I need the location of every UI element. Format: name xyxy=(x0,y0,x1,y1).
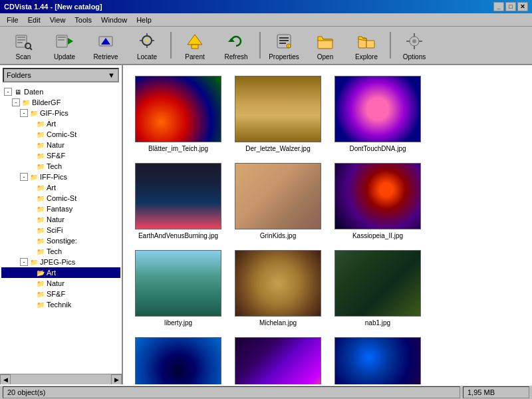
svg-rect-1 xyxy=(17,37,25,38)
parent-button[interactable]: Parent xyxy=(176,29,214,61)
refresh-button[interactable]: Refresh xyxy=(217,29,255,61)
open-button[interactable]: Open xyxy=(306,29,344,61)
content-area: Blätter_im_Teich.jpgDer_letzte_Walzer.jp… xyxy=(123,65,532,384)
thumb-item[interactable]: Relativität.jpg xyxy=(328,332,428,384)
folder-icon-gifpics: 📁 xyxy=(29,108,39,118)
close-button[interactable]: ✕ xyxy=(517,2,528,11)
tree-item-daten[interactable]: - 🖥 Daten xyxy=(1,86,120,97)
menu-tools[interactable]: Tools xyxy=(70,15,96,25)
thumb-image xyxy=(235,76,321,142)
tree-item-iff-scifi[interactable]: 📁 SciFi xyxy=(1,225,120,235)
maximize-button[interactable]: □ xyxy=(505,2,516,11)
locate-label: Locate xyxy=(137,53,157,61)
menu-file[interactable]: File xyxy=(3,15,23,25)
expander-gifpics[interactable]: - xyxy=(20,109,28,117)
thumb-item[interactable]: Net-Surfer.jpg xyxy=(128,332,228,384)
tree-item-gif-natur[interactable]: 📁 Natur xyxy=(1,140,120,150)
tree-label-gif-natur: Natur xyxy=(47,141,65,149)
tree-label-iffpics: IFF-Pics xyxy=(40,173,67,181)
thumb-label: nab1.jpg xyxy=(365,319,390,327)
open-icon xyxy=(315,31,336,52)
thumb-item[interactable]: nab1.jpg xyxy=(328,245,428,332)
tree-item-iff-comic[interactable]: 📁 Comic-St xyxy=(1,193,120,203)
svg-marker-19 xyxy=(228,38,235,42)
tree-item-iff-fantasy[interactable]: 📁 Fantasy xyxy=(1,203,120,214)
svg-rect-8 xyxy=(58,39,65,41)
menu-window[interactable]: Window xyxy=(97,15,131,25)
thumb-item[interactable]: NightOwls.jpg xyxy=(228,332,328,384)
properties-button[interactable]: i Properties xyxy=(265,29,303,61)
tree-item-gif-comic[interactable]: 📁 Comic-St xyxy=(1,129,120,140)
expander-jpegpics[interactable]: - xyxy=(20,258,28,266)
drive-icon: 🖥 xyxy=(13,87,23,96)
folder-dropdown[interactable]: Folders ▼ xyxy=(3,68,119,82)
thumb-label: liberty.jpg xyxy=(164,319,192,327)
scan-button[interactable]: Scan xyxy=(4,29,43,61)
folder-icon-gif-art: 📁 xyxy=(36,119,45,128)
tree-label-gif-art: Art xyxy=(47,120,56,128)
tree-label-jpeg-natur: Natur xyxy=(47,279,65,287)
tree-item-gifpics[interactable]: - 📁 GIF-Pics xyxy=(1,108,120,118)
retrieve-button[interactable]: Retrieve xyxy=(86,29,125,61)
folder-tree[interactable]: - 🖥 Daten - 📁 BilderGF - 📁 GIF-Pics 📁 Ar… xyxy=(0,85,122,374)
dropdown-arrow: ▼ xyxy=(108,71,115,79)
menu-help[interactable]: Help xyxy=(132,15,156,25)
tree-item-jpeg-technik[interactable]: 📁 Technik xyxy=(1,299,120,310)
tree-item-jpeg-art[interactable]: 📂 Art xyxy=(1,267,120,278)
tree-item-bildergf[interactable]: - 📁 BilderGF xyxy=(1,97,120,108)
tree-item-jpeg-sff[interactable]: 📁 SF&F xyxy=(1,289,120,299)
thumbnail-grid[interactable]: Blätter_im_Teich.jpgDer_letzte_Walzer.jp… xyxy=(123,65,532,384)
tree-item-iff-natur[interactable]: 📁 Natur xyxy=(1,214,120,225)
tree-item-gif-art[interactable]: 📁 Art xyxy=(1,118,120,129)
tree-item-iffpics[interactable]: - 📁 IFF-Pics xyxy=(1,172,120,182)
svg-rect-7 xyxy=(58,37,66,38)
thumb-item[interactable]: DontTouchDNA.jpg xyxy=(328,70,428,158)
thumb-item[interactable]: GrinKids.jpg xyxy=(228,158,328,245)
folder-icon-gif-sff: 📁 xyxy=(36,151,45,160)
svg-rect-23 xyxy=(279,43,286,44)
svg-rect-32 xyxy=(414,46,415,49)
folder-icon-iff: 📁 xyxy=(29,172,39,182)
thumb-item[interactable]: EarthAndVenusBurning.jpg xyxy=(128,158,228,245)
tree-item-gif-tech[interactable]: 📁 Tech xyxy=(1,161,120,172)
tree-label-jpeg-sff: SF&F xyxy=(47,290,65,298)
status-size: 1,95 MB xyxy=(463,386,529,398)
expander-iffpics[interactable]: - xyxy=(20,173,28,181)
sidebar-scroll-left[interactable]: ◀ xyxy=(0,374,11,384)
minimize-button[interactable]: _ xyxy=(493,2,504,11)
folder-icon-gif-natur: 📁 xyxy=(36,140,45,150)
parent-icon xyxy=(184,31,205,52)
sidebar-scroll-right[interactable]: ▶ xyxy=(111,374,122,384)
tree-label-gifpics: GIF-Pics xyxy=(40,109,68,117)
tree-item-gif-sff[interactable]: 📁 SF&F xyxy=(1,150,120,161)
expander-daten[interactable]: - xyxy=(4,88,12,96)
properties-label: Properties xyxy=(269,53,299,61)
explore-button[interactable]: Explore xyxy=(347,29,386,61)
thumb-item[interactable]: Blätter_im_Teich.jpg xyxy=(128,70,228,158)
thumb-label: Kassiopeia_II.jpg xyxy=(352,232,403,239)
thumb-item[interactable]: Kassiopeia_II.jpg xyxy=(328,158,428,245)
expander-bildergf[interactable]: - xyxy=(12,98,20,106)
tree-item-iff-sonstige[interactable]: 📁 Sonstige: xyxy=(1,235,120,246)
thumb-label: GrinKids.jpg xyxy=(260,232,296,239)
thumb-item[interactable]: Michelan.jpg xyxy=(228,245,328,332)
tree-item-jpegpics[interactable]: - 📁 JPEG-Pics xyxy=(1,257,120,267)
tree-label-gif-sff: SF&F xyxy=(47,152,65,160)
tree-item-jpeg-natur[interactable]: 📁 Natur xyxy=(1,278,120,289)
update-icon xyxy=(54,31,75,52)
tree-item-iff-art[interactable]: 📁 Art xyxy=(1,182,120,193)
thumb-item[interactable]: Der_letzte_Walzer.jpg xyxy=(228,70,328,158)
update-button[interactable]: Update xyxy=(45,29,84,61)
folder-icon-jpeg-natur: 📁 xyxy=(36,279,45,288)
update-label: Update xyxy=(54,53,75,61)
options-button[interactable]: Options xyxy=(395,29,434,61)
tree-item-iff-tech[interactable]: 📁 Tech xyxy=(1,246,120,257)
svg-rect-31 xyxy=(414,33,415,37)
svg-rect-28 xyxy=(366,41,374,48)
thumb-item[interactable]: liberty.jpg xyxy=(128,245,228,332)
thumb-image xyxy=(235,163,321,229)
parent-label: Parent xyxy=(185,53,204,61)
menu-view[interactable]: View xyxy=(46,15,70,25)
locate-button[interactable]: Locate xyxy=(128,29,166,61)
menu-edit[interactable]: Edit xyxy=(24,15,45,25)
